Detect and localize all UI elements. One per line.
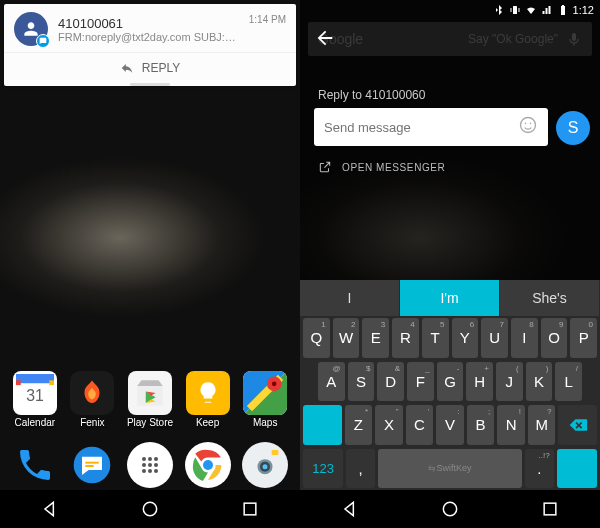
nav-back-icon[interactable] (40, 499, 60, 519)
key-q[interactable]: Q1 (303, 318, 330, 358)
arrow-back-icon (314, 27, 336, 49)
key-h[interactable]: H+ (466, 362, 493, 402)
app-calendar[interactable]: 31 Calendar (8, 371, 62, 428)
suggestion-2[interactable]: I'm (400, 280, 500, 316)
key-y[interactable]: Y6 (452, 318, 479, 358)
notification-title: 410100061 (58, 16, 239, 31)
suggestion-3[interactable]: She's (500, 280, 600, 316)
phone-right-reply: 1:12 Google Say "Ok Google" Reply to 410… (300, 0, 600, 528)
dock (0, 442, 300, 488)
key-l[interactable]: L/ (555, 362, 582, 402)
suggestion-bar: I I'm She's (300, 280, 600, 316)
open-messenger-button[interactable]: OPEN MESSENGER (318, 160, 445, 174)
notification-time: 1:14 PM (249, 14, 286, 25)
svg-point-20 (148, 463, 152, 467)
svg-rect-37 (562, 5, 564, 6)
key-k[interactable]: K) (526, 362, 553, 402)
notification-card[interactable]: 410100061 FRM:noreply@txt2day.com SUBJ:S… (4, 4, 296, 86)
dock-messenger[interactable] (69, 442, 115, 488)
app-keep[interactable]: Keep (181, 371, 235, 428)
keyboard-row-4: 123 , ⇆ SwiftKey ...!? (300, 447, 600, 491)
comma-key[interactable]: , (346, 449, 375, 489)
dock-chrome[interactable] (185, 442, 231, 488)
message-input-box[interactable] (314, 108, 548, 146)
key-f[interactable]: F_ (407, 362, 434, 402)
emoji-button[interactable] (518, 115, 538, 140)
svg-point-43 (579, 466, 581, 468)
key-u[interactable]: U7 (481, 318, 508, 358)
nav-recents-icon[interactable] (540, 499, 560, 519)
smiley-enter-icon (567, 458, 587, 478)
keep-icon (186, 371, 230, 415)
space-key[interactable]: ⇆ SwiftKey (378, 449, 522, 489)
dock-app-drawer[interactable] (127, 442, 173, 488)
svg-rect-14 (86, 462, 99, 464)
key-v[interactable]: V: (436, 405, 464, 445)
android-navbar (300, 490, 600, 528)
camera-icon (245, 445, 285, 485)
message-input[interactable] (324, 120, 518, 135)
enter-key[interactable] (557, 449, 597, 489)
key-o[interactable]: O9 (541, 318, 568, 358)
sms-badge-icon (36, 34, 50, 48)
nav-home-icon[interactable] (140, 499, 160, 519)
key-x[interactable]: X" (375, 405, 403, 445)
contact-avatar-icon (14, 12, 48, 46)
svg-point-42 (574, 466, 576, 468)
svg-point-19 (142, 463, 146, 467)
key-g[interactable]: G- (437, 362, 464, 402)
send-button[interactable]: S (556, 111, 590, 145)
key-m[interactable]: M? (528, 405, 556, 445)
svg-point-17 (148, 457, 152, 461)
app-row: 31 Calendar Fenix Play Store K (0, 371, 300, 428)
nav-recents-icon[interactable] (240, 499, 260, 519)
emoji-icon (518, 115, 538, 135)
key-z[interactable]: Z* (345, 405, 373, 445)
nav-home-icon[interactable] (440, 499, 460, 519)
key-n[interactable]: N! (497, 405, 525, 445)
reply-button[interactable]: REPLY (4, 52, 296, 83)
key-w[interactable]: W2 (333, 318, 360, 358)
svg-point-16 (142, 457, 146, 461)
open-external-icon (318, 160, 332, 174)
dock-phone[interactable] (12, 442, 58, 488)
svg-point-18 (154, 457, 158, 461)
suggestion-1[interactable]: I (300, 280, 400, 316)
svg-point-39 (525, 122, 527, 124)
svg-point-27 (203, 460, 213, 470)
app-play-store[interactable]: Play Store (123, 371, 177, 428)
key-i[interactable]: I8 (511, 318, 538, 358)
period-key[interactable]: ...!? (525, 449, 554, 489)
bluetooth-icon (493, 4, 505, 16)
notification-drag-handle[interactable] (130, 83, 170, 86)
key-j[interactable]: J( (496, 362, 523, 402)
key-c[interactable]: C' (406, 405, 434, 445)
key-d[interactable]: D& (377, 362, 404, 402)
nav-back-icon[interactable] (340, 499, 360, 519)
key-t[interactable]: T5 (422, 318, 449, 358)
app-drawer-icon (138, 453, 162, 477)
numeric-key[interactable]: 123 (303, 449, 343, 489)
svg-rect-0 (16, 374, 54, 384)
key-b[interactable]: B; (467, 405, 495, 445)
status-time: 1:12 (573, 4, 594, 16)
google-search-dimmed: Google Say "Ok Google" (308, 22, 592, 56)
app-maps[interactable]: Maps (238, 371, 292, 428)
key-p[interactable]: P0 (570, 318, 597, 358)
phone-icon (15, 445, 55, 485)
keyboard-row-2: A@S$D&F_G-H+J(K)L/ (300, 360, 600, 404)
key-s[interactable]: S$ (348, 362, 375, 402)
wifi-icon (525, 4, 537, 16)
key-r[interactable]: R4 (392, 318, 419, 358)
battery-icon (557, 4, 569, 16)
app-fenix[interactable]: Fenix (65, 371, 119, 428)
back-button[interactable] (314, 27, 336, 53)
reply-to-label: Reply to 410100060 (318, 88, 425, 102)
svg-point-22 (142, 469, 146, 473)
phone-left-home: 410100061 FRM:noreply@txt2day.com SUBJ:S… (0, 0, 300, 528)
backspace-key[interactable] (558, 405, 597, 445)
key-a[interactable]: A@ (318, 362, 345, 402)
dock-camera[interactable] (242, 442, 288, 488)
shift-key[interactable] (303, 405, 342, 445)
key-e[interactable]: E3 (362, 318, 389, 358)
